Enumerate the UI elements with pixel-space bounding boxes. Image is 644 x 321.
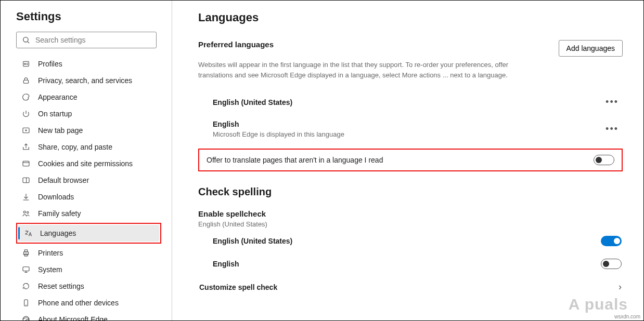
check-spelling-heading: Check spelling [198,186,623,198]
language-subtext: Microsoft Edge is displayed in this lang… [213,130,344,138]
language-row: English Microsoft Edge is displayed in t… [198,115,623,143]
download-icon [21,193,31,201]
nav-label: On startup [38,110,72,118]
settings-heading: Settings [16,10,161,23]
settings-nav: Profiles Privacy, search, and services A… [16,56,161,320]
nav-cookies[interactable]: Cookies and site permissions [16,155,161,172]
nav-languages[interactable]: Languages [18,225,159,242]
svg-rect-6 [23,161,29,166]
chevron-right-icon: › [619,282,622,292]
nav-label: Phone and other devices [38,299,119,307]
phone-icon [21,299,31,307]
nav-label: System [38,265,62,274]
svg-point-9 [27,211,29,213]
nav-startup[interactable]: On startup [16,105,161,122]
search-icon [22,36,30,44]
nav-default-browser[interactable]: Default browser [16,172,161,189]
nav-label: Profiles [38,60,62,68]
svg-rect-7 [23,178,29,182]
customize-spell-check-row[interactable]: Customize spell check › [198,275,623,299]
svg-point-0 [23,37,28,42]
translate-toggle[interactable] [594,155,614,165]
translate-toggle-label: Offer to translate pages that aren't in … [207,156,383,164]
power-icon [21,110,31,118]
spellcheck-language-name: English (United States) [213,237,292,245]
family-icon [21,209,31,218]
watermark-text: wsxdn.com [614,314,640,319]
nav-label: Privacy, search, and services [38,76,132,85]
more-actions-icon[interactable]: ••• [601,122,623,137]
search-input[interactable] [35,36,151,44]
spellcheck-language-name: English [213,260,239,268]
nav-about[interactable]: About Microsoft Edge [16,311,161,320]
spellcheck-toggle[interactable] [601,236,622,246]
svg-rect-4 [23,80,28,83]
preferred-languages-title: Preferred languages [198,40,274,49]
nav-label: Family safety [38,209,81,218]
enable-spellcheck-header: Enable spellcheck English (United States… [198,209,623,228]
nav-appearance[interactable]: Appearance [16,89,161,105]
nav-phone[interactable]: Phone and other devices [16,295,161,311]
translate-highlight-box: Offer to translate pages that aren't in … [198,149,623,171]
nav-printers[interactable]: Printers [16,245,161,261]
page-title: Languages [198,11,623,24]
enable-spellcheck-sub: English (United States) [198,220,623,228]
customize-spell-check-label: Customize spell check [199,283,277,291]
enable-spellcheck-title: Enable spellcheck [198,209,623,218]
share-icon [21,143,31,151]
printer-icon [21,249,31,257]
language-row: English (United States) ••• [198,89,623,115]
nav-label: Downloads [38,193,74,201]
nav-label: About Microsoft Edge [38,315,108,320]
spellcheck-toggle[interactable] [601,259,622,269]
nav-family[interactable]: Family safety [16,205,161,222]
newtab-icon [21,126,31,135]
more-actions-icon[interactable]: ••• [601,95,623,110]
search-input-wrap[interactable] [16,32,157,48]
nav-label: Printers [38,249,63,257]
system-icon [21,265,31,274]
appearance-icon [21,93,31,101]
nav-label: Languages [40,229,76,237]
profiles-icon [21,60,31,68]
nav-label: Reset settings [38,282,84,290]
svg-rect-11 [24,250,27,252]
svg-point-8 [23,211,25,213]
nav-label: Cookies and site permissions [38,159,133,168]
lock-icon [21,76,31,85]
nav-highlight-box: Languages [16,223,161,244]
nav-downloads[interactable]: Downloads [16,189,161,205]
spellcheck-language-row: English [198,252,623,275]
svg-rect-12 [24,254,27,256]
nav-share[interactable]: Share, copy, and paste [16,139,161,155]
svg-point-3 [24,63,26,65]
nav-profiles[interactable]: Profiles [16,56,161,72]
language-name: English (United States) [213,98,292,106]
cookies-icon [21,159,31,168]
nav-system[interactable]: System [16,261,161,278]
nav-label: Share, copy, and paste [38,143,112,151]
add-languages-button[interactable]: Add languages [559,40,623,57]
svg-line-1 [28,42,29,43]
browser-icon [21,176,31,184]
reset-icon [21,282,31,290]
settings-main: Languages Preferred languages Add langua… [172,1,643,320]
edge-icon [21,315,31,320]
settings-sidebar: Settings Profiles Privacy, search, and s… [1,1,172,320]
nav-reset[interactable]: Reset settings [16,278,161,295]
svg-rect-10 [23,252,28,255]
preferred-languages-description: Websites will appear in the first langua… [198,60,542,80]
language-name: English [213,120,344,128]
svg-rect-13 [23,267,29,271]
nav-privacy[interactable]: Privacy, search, and services [16,72,161,89]
nav-newtab[interactable]: New tab page [16,122,161,139]
languages-icon [23,229,33,237]
nav-label: New tab page [38,126,83,135]
nav-label: Default browser [38,176,89,184]
nav-label: Appearance [38,93,78,101]
spellcheck-language-row: English (United States) [198,230,623,252]
